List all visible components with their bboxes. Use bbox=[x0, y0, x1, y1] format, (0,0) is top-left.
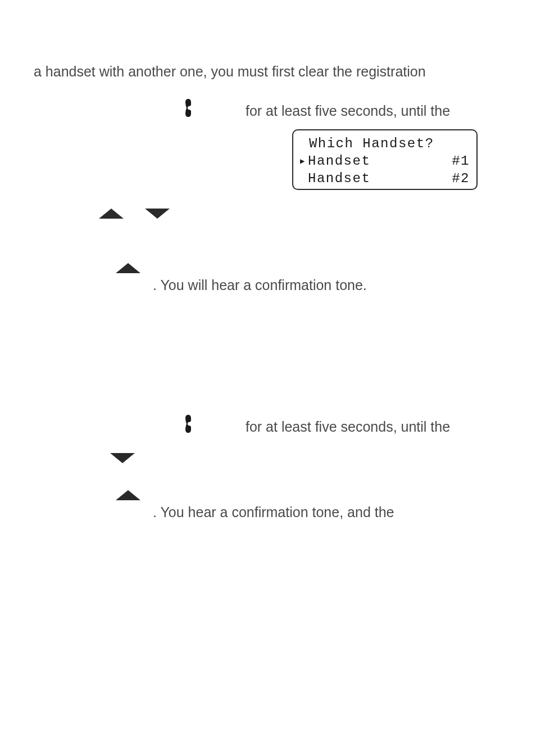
lcd-row-1: ▶Handset#1 bbox=[300, 152, 470, 170]
lcd-row-label: Handset bbox=[308, 152, 370, 170]
body-text: for at least five seconds, until the bbox=[246, 417, 450, 437]
handset-icon bbox=[183, 414, 194, 434]
body-text: . You will hear a confirmation tone. bbox=[153, 275, 367, 295]
up-arrow-icon bbox=[116, 263, 140, 273]
body-text: for at least five seconds, until the bbox=[246, 101, 450, 121]
pointer-icon: ▶ bbox=[300, 156, 308, 166]
lcd-display: Which Handset? ▶Handset#1 Handset#2 bbox=[292, 129, 478, 190]
pointer-spacer bbox=[300, 174, 308, 184]
body-text: a handset with another one, you must fir… bbox=[34, 62, 426, 82]
lcd-row-2: Handset#2 bbox=[300, 170, 470, 187]
up-arrow-icon bbox=[99, 209, 124, 219]
lcd-title: Which Handset? bbox=[300, 135, 470, 152]
body-text: . You hear a confirmation tone, and the bbox=[153, 503, 394, 522]
lcd-row-num: #2 bbox=[452, 170, 470, 187]
up-arrow-icon bbox=[116, 490, 140, 500]
handset-icon bbox=[183, 98, 194, 118]
down-arrow-icon bbox=[145, 209, 170, 219]
down-arrow-icon bbox=[110, 453, 135, 463]
lcd-row-num: #1 bbox=[452, 152, 470, 170]
lcd-row-label: Handset bbox=[308, 170, 370, 187]
